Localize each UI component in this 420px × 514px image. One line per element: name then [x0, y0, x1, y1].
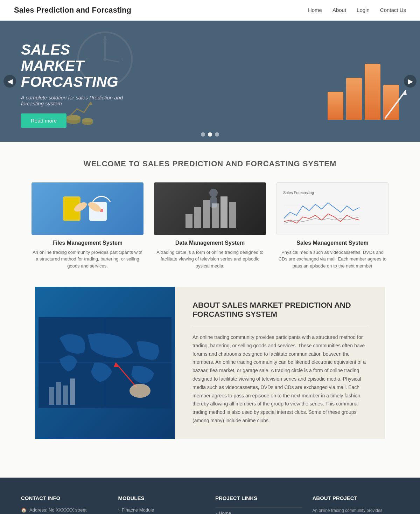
nav-home[interactable]: Home [308, 7, 322, 13]
feature-card-files: Files Management System An online tradin… [31, 182, 144, 270]
feature-desc-data: A trading circle is a form of online tra… [154, 249, 266, 270]
hero-title: SALESMARKETFORCASTING [21, 42, 133, 90]
svg-point-29 [209, 189, 218, 197]
about-content: ABOUT SALES MARKET PREDICTION AND FORCAS… [175, 287, 385, 439]
footer-about-project: ABOUT PROJECT An online trading communit… [313, 495, 399, 514]
hero-subtitle: A complete solution for sales Prediction… [21, 95, 133, 106]
svg-rect-23 [186, 214, 192, 228]
svg-rect-41 [56, 382, 61, 405]
chart-header: Sales Forecasting [280, 188, 317, 195]
hero-chart [328, 50, 399, 120]
feature-img-data [154, 182, 266, 235]
svg-rect-24 [194, 207, 201, 228]
feature-card-data: Data Management System A trading circle … [154, 182, 266, 270]
svg-marker-16 [402, 90, 407, 95]
feature-title-files: Files Management System [31, 240, 144, 246]
svg-rect-40 [49, 387, 54, 405]
world-map-svg [38, 317, 172, 408]
about-section: ABOUT SALES MARKET PREDICTION AND FORCAS… [0, 287, 420, 478]
svg-rect-28 [229, 202, 236, 228]
footer-contact-title: CONTACT INFO [21, 495, 108, 501]
footer-module-finance[interactable]: Finacne Module [118, 507, 205, 513]
hero-content: SALESMARKETFORCASTING A complete solutio… [21, 42, 133, 128]
footer-project-links: PROJECT LINKS Home About Us Contact Logi… [215, 495, 302, 514]
hero-section: ◀ SALESMARKETFORCASTING A complete solut… [0, 21, 420, 142]
hero-prev-btn[interactable]: ◀ [4, 75, 16, 88]
footer-modules-title: MODULES [118, 495, 205, 501]
nav-contact[interactable]: Contact Us [380, 7, 406, 13]
svg-rect-27 [220, 196, 227, 228]
about-container: ABOUT SALES MARKET PREDICTION AND FORCAS… [35, 287, 385, 439]
hero-next-btn[interactable]: ▶ [404, 75, 416, 88]
welcome-title: WELCOME TO SALES PREDICTION AND FORCASTI… [21, 159, 399, 168]
about-title: ABOUT SALES MARKET PREDICTION AND FORCAS… [192, 301, 368, 319]
home-icon: 🏠 [21, 507, 27, 513]
feature-desc-sales: Physical media such as videocassettes, D… [276, 249, 388, 270]
svg-rect-42 [63, 386, 68, 405]
about-image [35, 287, 175, 439]
about-text: An online trading community provides par… [192, 333, 368, 425]
feature-title-sales: Sales Management System [276, 240, 388, 246]
footer-contact: CONTACT INFO 🏠 Address: No.XXXXXX street… [21, 495, 108, 514]
nav-about[interactable]: About [332, 7, 346, 13]
feature-img-files [31, 182, 144, 235]
nav-login[interactable]: Login [357, 7, 370, 13]
footer-grid: CONTACT INFO 🏠 Address: No.XXXXXX street… [21, 495, 399, 514]
footer-link-home[interactable]: Home [215, 510, 302, 514]
footer-about-title: ABOUT PROJECT [313, 495, 399, 501]
nav-brand: Sales Prediction and Forcasting [14, 6, 131, 15]
feature-card-sales: Sales Forecasting Sales Management Syste… [276, 182, 388, 270]
footer-address: 🏠 Address: No.XXXXXX street [21, 507, 108, 513]
feature-cards: Files Management System An online tradin… [21, 182, 399, 270]
svg-rect-25 [203, 200, 210, 228]
hero-dot-3[interactable] [215, 132, 219, 137]
feature-desc-files: An online trading community provides par… [31, 249, 144, 270]
navbar: Sales Prediction and Forcasting Home Abo… [0, 0, 420, 21]
footer-modules: MODULES Finacne Module User Module Tradi… [118, 495, 205, 514]
about-divider [192, 326, 368, 326]
footer-about-text: An online trading community provides par… [313, 507, 399, 514]
hero-dot-1[interactable] [201, 132, 205, 137]
footer-project-title: PROJECT LINKS [215, 495, 302, 501]
svg-rect-43 [70, 378, 75, 405]
hero-read-more-btn[interactable]: Read more [21, 113, 66, 128]
footer: CONTACT INFO 🏠 Address: No.XXXXXX street… [0, 478, 420, 514]
feature-img-sales: Sales Forecasting [276, 182, 388, 235]
feature-title-data: Data Management System [154, 240, 266, 246]
svg-point-39 [130, 384, 150, 398]
welcome-section: WELCOME TO SALES PREDICTION AND FORCASTI… [0, 142, 420, 287]
hero-dot-2[interactable] [208, 132, 212, 137]
svg-rect-30 [210, 197, 217, 208]
